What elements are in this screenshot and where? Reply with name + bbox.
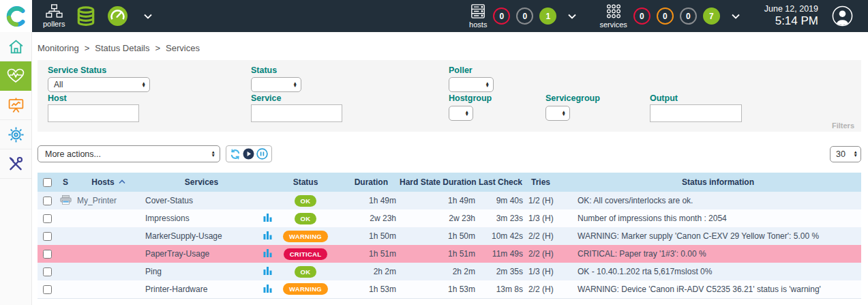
column-header-last-check[interactable]: Last Check bbox=[478, 173, 526, 192]
user-avatar[interactable] bbox=[832, 5, 853, 27]
top-bar: pollers hosts 0 0 1 bbox=[0, 0, 868, 32]
host-icon-cell bbox=[57, 209, 74, 227]
status-select[interactable]: ▲▼ bbox=[251, 77, 301, 92]
servicegroup-select[interactable]: ▲▼ bbox=[545, 106, 570, 121]
row-checkbox[interactable] bbox=[43, 250, 52, 259]
service-input[interactable] bbox=[251, 104, 342, 122]
service-name[interactable]: Printer-Hardware bbox=[145, 285, 207, 294]
tries-cell: 1/3 (H) bbox=[526, 209, 575, 227]
service-name[interactable]: Ping bbox=[145, 267, 162, 276]
last-check-cell: 13m 8s bbox=[478, 280, 526, 298]
hostgroup-select[interactable]: ▲▼ bbox=[449, 106, 473, 121]
breadcrumb-monitoring[interactable]: Monitoring bbox=[38, 43, 79, 53]
sidebar-item-monitoring[interactable] bbox=[0, 61, 31, 91]
output-label: Output bbox=[650, 93, 678, 103]
page-size-value: 30 bbox=[836, 149, 845, 159]
graph-icon[interactable] bbox=[263, 213, 272, 222]
row-checkbox[interactable] bbox=[43, 267, 52, 276]
refresh-button-group bbox=[226, 145, 272, 162]
status-cell: OK bbox=[278, 192, 333, 209]
services-table-body: My_Printer Cover-Status OK 1h 49m 1h 49m… bbox=[38, 192, 861, 298]
row-checkbox[interactable] bbox=[43, 285, 52, 294]
table-row: My_Printer Cover-Status OK 1h 49m 1h 49m… bbox=[38, 192, 861, 209]
graph-icon[interactable] bbox=[263, 284, 272, 293]
hosts-up-counter[interactable]: 1 bbox=[539, 8, 556, 25]
service-name[interactable]: PaperTray-Usage bbox=[145, 249, 209, 259]
services-unknown-counter[interactable]: 0 bbox=[680, 8, 697, 25]
output-input[interactable] bbox=[650, 104, 742, 122]
column-header-s[interactable]: S bbox=[57, 173, 74, 192]
column-header-hosts[interactable]: Hosts bbox=[74, 173, 143, 192]
services-critical-counter[interactable]: 0 bbox=[633, 8, 650, 25]
graph-icon[interactable] bbox=[263, 231, 272, 239]
more-actions-select[interactable]: More actions... ▲▼ bbox=[38, 145, 220, 162]
page-size-select[interactable]: 30 ▲▼ bbox=[830, 146, 861, 162]
host-name[interactable]: My_Printer bbox=[77, 196, 117, 205]
service-name[interactable]: MarkerSupply-Usage bbox=[145, 231, 222, 241]
service-status-select[interactable]: All ▲▼ bbox=[48, 77, 150, 92]
column-header-tries[interactable]: Tries bbox=[526, 173, 575, 192]
play-button[interactable] bbox=[243, 148, 254, 160]
hard-state-duration-cell: 1h 49m bbox=[399, 192, 478, 209]
services-chevron-down-icon[interactable] bbox=[732, 14, 740, 19]
tries-cell: 1/2 (H) bbox=[526, 192, 575, 209]
status-cell: WARNING bbox=[278, 280, 333, 298]
column-header-hard-state-duration[interactable]: Hard State Duration bbox=[399, 173, 478, 192]
pollers-label: pollers bbox=[43, 20, 65, 28]
pollers-icon bbox=[46, 4, 63, 18]
hosts-down-counter[interactable]: 0 bbox=[493, 8, 510, 25]
host-cell bbox=[74, 227, 143, 245]
status-information-cell: CRITICAL: Paper tray '1#3': 0.00 % bbox=[575, 245, 861, 263]
row-checkbox[interactable] bbox=[43, 214, 52, 223]
row-select-cell bbox=[38, 245, 57, 263]
row-checkbox[interactable] bbox=[43, 197, 52, 205]
sidebar-item-configuration[interactable] bbox=[0, 120, 31, 149]
database-status-icon[interactable] bbox=[75, 5, 97, 27]
sidebar-item-home[interactable] bbox=[0, 32, 31, 61]
host-label: Host bbox=[48, 93, 67, 103]
service-name[interactable]: Impressions bbox=[145, 214, 190, 223]
graph-cell bbox=[257, 192, 278, 209]
select-all-checkbox[interactable] bbox=[43, 178, 52, 187]
hosts-chevron-down-icon[interactable] bbox=[568, 14, 576, 19]
centreon-logo[interactable] bbox=[0, 0, 32, 32]
graph-cell bbox=[257, 263, 278, 280]
gauge-status-icon[interactable] bbox=[107, 5, 128, 27]
row-select-cell bbox=[38, 280, 57, 298]
services-label: services bbox=[599, 20, 627, 29]
poller-select[interactable]: ▲▼ bbox=[449, 77, 494, 92]
services-warning-counter[interactable]: 0 bbox=[657, 8, 674, 25]
tools-icon bbox=[7, 155, 25, 173]
pause-button[interactable] bbox=[256, 148, 268, 160]
graph-cell bbox=[257, 280, 278, 298]
graph-icon[interactable] bbox=[263, 248, 272, 257]
column-header-services[interactable]: Services bbox=[143, 173, 257, 192]
left-nav bbox=[0, 32, 32, 305]
breadcrumb-separator: > bbox=[155, 43, 161, 53]
hosts-menu[interactable]: hosts bbox=[469, 4, 487, 29]
pollers-menu[interactable]: pollers bbox=[43, 4, 65, 28]
column-header-status-information[interactable]: Status information bbox=[575, 173, 861, 192]
hosts-unreachable-counter[interactable]: 0 bbox=[516, 8, 533, 25]
service-name[interactable]: Cover-Status bbox=[145, 196, 193, 205]
sidebar-item-reporting[interactable] bbox=[0, 91, 31, 120]
refresh-button[interactable] bbox=[230, 149, 241, 160]
service-label: Service bbox=[251, 93, 281, 103]
status-information-cell: OK: All covers/interlocks are ok. bbox=[575, 192, 861, 209]
column-header-duration[interactable]: Duration bbox=[333, 173, 399, 192]
host-input[interactable] bbox=[48, 104, 139, 122]
pollers-chevron-down-icon[interactable] bbox=[144, 14, 152, 19]
row-checkbox[interactable] bbox=[43, 232, 52, 241]
column-header-status[interactable]: Status bbox=[278, 173, 333, 192]
graph-icon[interactable] bbox=[263, 266, 272, 275]
table-row: Impressions OK 2w 23h 2w 23h 3m 23s 1/3 … bbox=[38, 209, 861, 227]
status-badge: WARNING bbox=[283, 231, 328, 242]
services-ok-counter[interactable]: 7 bbox=[703, 8, 720, 25]
select-arrows-icon: ▲▼ bbox=[293, 82, 297, 88]
services-menu[interactable]: services bbox=[599, 3, 627, 29]
service-cell: Ping bbox=[143, 263, 257, 280]
sidebar-item-administration[interactable] bbox=[0, 149, 31, 179]
breadcrumb-status-details[interactable]: Status Details bbox=[95, 43, 149, 53]
status-badge: CRITICAL bbox=[284, 248, 328, 260]
current-date: June 12, 2019 bbox=[764, 4, 818, 14]
